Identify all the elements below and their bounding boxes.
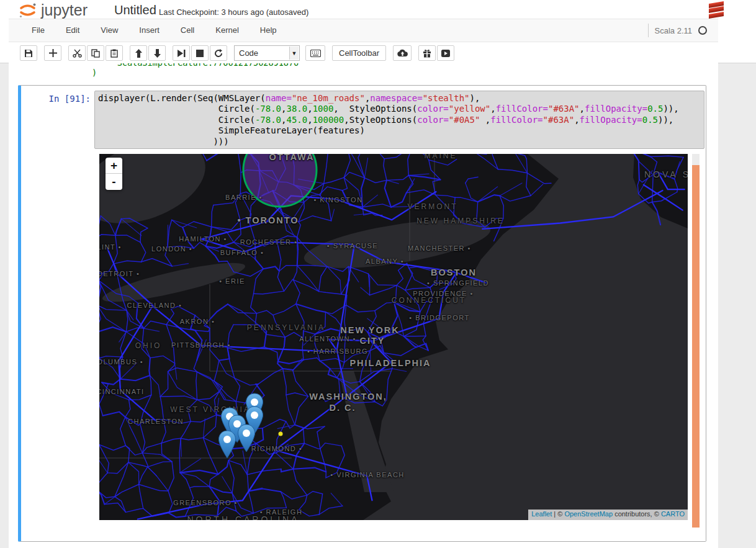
kernel-zone: Scala 2.11: [648, 19, 709, 42]
map-label: GREENSBORO •: [173, 499, 238, 506]
input-prompt: In [91]:: [21, 94, 91, 104]
leaflet-map[interactable]: OTTAWAMAINENOVA SCOBARRIE •• KINGSTON• T…: [99, 154, 688, 520]
map-label: PENNSYLVANIA: [247, 323, 325, 332]
menu-file[interactable]: File: [21, 19, 55, 42]
attrib-sep: | ©: [552, 510, 564, 518]
map-label: • KINGSTON: [313, 196, 362, 204]
add-cell-icon: [49, 49, 57, 57]
kernel-name: Scala 2.11: [655, 26, 692, 35]
celltoolbar-button[interactable]: CellToolbar: [332, 45, 386, 61]
previous-cell-output: ScalaSimpleFeature:77661217562891876 ): [92, 63, 675, 84]
map-label: ALLENTOWN •: [299, 335, 356, 343]
kernel-separator: [648, 24, 649, 37]
osm-link[interactable]: OpenStreetMap: [564, 510, 613, 518]
map-label: BUFFALO •: [220, 249, 264, 256]
move-down-icon: [153, 49, 161, 58]
keyboard-icon: [310, 50, 321, 57]
restart-button[interactable]: [210, 45, 227, 61]
leaflet-link[interactable]: Leaflet: [531, 510, 552, 518]
jupyter-logo-icon: [19, 2, 37, 19]
map-label: PITTSBURGH •: [171, 341, 231, 349]
toolbar: Code ▼ CellToolbar: [9, 42, 718, 63]
scala-logo: [709, 1, 725, 19]
jupyter-logo-text: jupyter: [41, 1, 88, 19]
stop-button[interactable]: [191, 45, 209, 61]
cell-type-select[interactable]: Code ▼: [234, 45, 300, 61]
gift-button[interactable]: [418, 45, 436, 61]
notebook-title[interactable]: Untitled: [114, 3, 156, 17]
prev-output-line1: ScalaSimpleFeature:77661217562891876: [92, 63, 299, 68]
save-button[interactable]: [20, 45, 37, 61]
map-label: • BRIDGEPORT: [409, 314, 469, 321]
map-label: BARRIE •: [225, 194, 263, 201]
map-marker[interactable]: [218, 430, 236, 459]
keyboard-shortcuts-button[interactable]: [305, 45, 325, 61]
map-label: WASHINGTON,: [309, 392, 387, 402]
prev-output-line2: ): [92, 68, 97, 78]
map-label: CONNECTICUT: [392, 296, 466, 305]
map-label: ROCHESTER •: [240, 238, 297, 246]
stop-icon: [196, 50, 204, 57]
output-scrollbar[interactable]: [692, 154, 700, 528]
cut-icon: [73, 49, 82, 58]
menu-insert[interactable]: Insert: [128, 19, 170, 42]
move-up-button[interactable]: [130, 45, 147, 61]
map-marker[interactable]: [237, 424, 256, 452]
output-scrollbar-thumb[interactable]: [692, 165, 700, 528]
map-label: MAINE: [424, 154, 457, 160]
map-label: FLINT •: [99, 243, 122, 251]
map-label: ALBANY •: [366, 258, 404, 265]
map-label: COLUMBUS •: [99, 358, 143, 366]
menu-cell[interactable]: Cell: [170, 19, 205, 42]
map-canvas: [99, 154, 688, 520]
map-label: OHIO: [135, 341, 162, 350]
step-forward-icon: [178, 50, 186, 57]
map-label: NORTH CAROLINA: [187, 514, 300, 520]
map-label: • SPRINGFIELD: [427, 279, 489, 287]
code-cell[interactable]: In [91]: displayer(L.render(Seq(WMSLayer…: [18, 85, 706, 542]
cut-button[interactable]: [68, 45, 86, 61]
menu-kernel[interactable]: Kernel: [205, 19, 250, 42]
restart-icon: [214, 49, 223, 58]
map-label: CINCINNATI: [99, 388, 145, 395]
title-bar: jupyter Untitled Last Checkpoint: 3 hour…: [9, 0, 718, 19]
map-zoom-control: + -: [106, 158, 122, 190]
carto-link[interactable]: CARTO: [661, 510, 685, 518]
map-label: • HARRISBURG: [307, 348, 368, 355]
map-small-circle[interactable]: [279, 432, 283, 436]
copy-button[interactable]: [87, 45, 104, 61]
map-label: VERMONT: [408, 202, 458, 211]
app-header: jupyter Untitled Last Checkpoint: 3 hour…: [0, 0, 756, 63]
zoom-in-button[interactable]: +: [106, 158, 122, 174]
save-icon: [24, 49, 33, 58]
map-label: OTTAWA: [269, 154, 315, 162]
cloud-upload-button[interactable]: [393, 45, 412, 61]
video-button[interactable]: [437, 45, 454, 61]
move-up-icon: [135, 49, 143, 58]
paste-button[interactable]: [106, 45, 123, 61]
map-label: PHILADELPHIA: [349, 358, 431, 368]
menu-edit[interactable]: Edit: [55, 19, 90, 42]
map-label: NEW HAMPSHIRE: [416, 217, 505, 225]
add-cell-button[interactable]: [44, 45, 61, 61]
cloud-upload-icon: [397, 49, 408, 57]
kernel-idle-icon: [698, 26, 707, 35]
map-label: • ERIE: [219, 277, 245, 285]
gift-icon: [423, 49, 431, 58]
menubar: FileEditViewInsertCellKernelHelp Scala 2…: [9, 19, 718, 42]
map-label: CHARLESTON: [128, 418, 184, 425]
run-button[interactable]: [173, 45, 190, 61]
map-label: NOVA SCO: [644, 169, 688, 179]
jupyter-logo[interactable]: jupyter: [19, 1, 88, 19]
code-lines: displayer(L.render(Seq(WMSLayer(name="ne…: [98, 93, 701, 147]
notebook-scroll-area: ScalaSimpleFeature:77661217562891876 ) I…: [9, 0, 718, 548]
move-down-button[interactable]: [148, 45, 166, 61]
map-label: CITY: [359, 336, 385, 346]
copy-icon: [91, 49, 100, 58]
menu-view[interactable]: View: [90, 19, 128, 42]
map-label: RICHMOND •: [251, 445, 302, 452]
code-editor[interactable]: displayer(L.render(Seq(WMSLayer(name="ne…: [94, 91, 704, 149]
map-label: HAMILTON •: [179, 235, 227, 243]
menu-help[interactable]: Help: [250, 19, 287, 42]
zoom-out-button[interactable]: -: [106, 174, 122, 190]
